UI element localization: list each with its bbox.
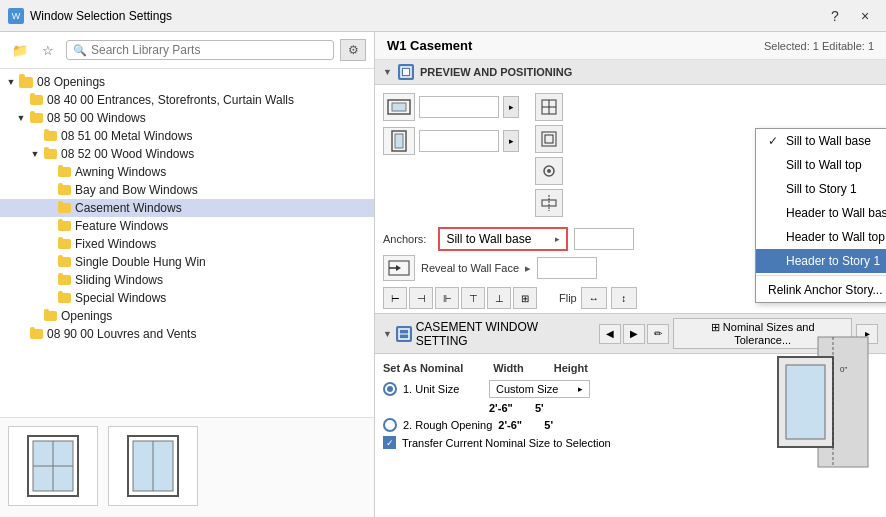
custom-size-dropdown[interactable]: Custom Size ▸ (489, 380, 590, 398)
tree-item-openings2[interactable]: Openings (0, 307, 374, 325)
anchor-icons-col (535, 93, 563, 217)
width-arrow-btn[interactable]: ▸ (503, 96, 519, 118)
anchor-icon-1[interactable] (535, 93, 563, 121)
svg-rect-10 (392, 103, 406, 111)
width-icon (383, 93, 415, 121)
section-casement-label: CASEMENT WINDOW SETTING (416, 320, 591, 348)
folder-entrances-icon (28, 93, 44, 107)
main-content: 📁 ☆ 🔍 ⚙ ▼ 08 Openings 08 40 00 Entrances… (0, 32, 886, 517)
folder-openings-icon (18, 75, 34, 89)
right-header: W1 Casement Selected: 1 Editable: 1 (375, 32, 886, 60)
align-center-v-btn[interactable]: ⊥ (487, 287, 511, 309)
preview-thumb-2[interactable] (108, 426, 198, 506)
diagram-area: 0" (758, 327, 878, 487)
toggle-openings: ▼ (4, 75, 18, 89)
dropdown-item-header-wall-base[interactable]: Header to Wall base (756, 201, 886, 225)
tree-item-special[interactable]: Special Windows (0, 289, 374, 307)
toggle-sliding (42, 273, 56, 287)
set-as-nominal-label: Set As Nominal (383, 362, 463, 374)
flip-horizontal-btn[interactable]: ↔ (581, 287, 607, 309)
rough-opening-radio[interactable] (383, 418, 397, 432)
folder-windows-icon (28, 111, 44, 125)
tree-item-feature[interactable]: Feature Windows (0, 217, 374, 235)
relink-item[interactable]: Relink Anchor Story... (756, 278, 886, 302)
tree-item-metal[interactable]: 08 51 00 Metal Windows (0, 127, 374, 145)
align-bottom-btn[interactable]: ⊞ (513, 287, 537, 309)
search-input-wrap[interactable]: 🔍 (66, 40, 334, 60)
part-title: W1 Casement (387, 38, 472, 53)
search-icon: 🔍 (73, 44, 87, 57)
tree-item-wood[interactable]: ▼ 08 52 00 Wood Windows (0, 145, 374, 163)
close-button[interactable]: × (852, 5, 878, 27)
window-preview-2 (123, 431, 183, 501)
align-left-btn[interactable]: ⊢ (383, 287, 407, 309)
search-input[interactable] (91, 43, 327, 57)
height-icon (383, 127, 415, 155)
anchor-icon-4[interactable] (535, 189, 563, 217)
toggle-singlehung (42, 255, 56, 269)
tree-item-windows[interactable]: ▼ 08 50 00 Windows (0, 109, 374, 127)
section-preview-header[interactable]: ▼ PREVIEW AND POSITIONING (375, 60, 886, 85)
feature-label: Feature Windows (75, 219, 168, 233)
folder-awning-icon (56, 165, 72, 179)
right-panel: W1 Casement Selected: 1 Editable: 1 ▼ PR… (375, 32, 886, 517)
unit-size-radio[interactable] (383, 382, 397, 396)
tree-item-bayanbow[interactable]: Bay and Bow Windows (0, 181, 374, 199)
folder-feature-icon (56, 219, 72, 233)
preview-thumb-1[interactable] (8, 426, 98, 506)
dropdown-item-sill-wall-base[interactable]: ✓ Sill to Wall base (756, 129, 886, 153)
width-input[interactable]: 2'-6" (419, 96, 499, 118)
label-header-wall-top: Header to Wall top (786, 230, 885, 244)
right-content: ▼ PREVIEW AND POSITIONING 2'-6" ▸ (375, 60, 886, 517)
tree-item-awning[interactable]: Awning Windows (0, 163, 374, 181)
height-row: 5' ▸ (383, 127, 519, 155)
transfer-checkbox[interactable]: ✓ (383, 436, 396, 449)
help-button[interactable]: ? (822, 5, 848, 27)
toggle-fixed (42, 237, 56, 251)
toolbar-icons: 📁 ☆ (8, 38, 60, 62)
height-input[interactable]: 5' (419, 130, 499, 152)
anchor-value-input[interactable]: 2' (574, 228, 634, 250)
flip-vertical-btn[interactable]: ↕ (611, 287, 637, 309)
unit-size-height: 5' (535, 402, 575, 414)
folder-openings2-icon (42, 309, 58, 323)
tree-item-entrances[interactable]: 08 40 00 Entrances, Storefronts, Curtain… (0, 91, 374, 109)
tree-container: ▼ 08 Openings 08 40 00 Entrances, Storef… (0, 69, 374, 417)
tree-item-openings[interactable]: ▼ 08 Openings (0, 73, 374, 91)
dropdown-item-sill-wall-top[interactable]: Sill to Wall top (756, 153, 886, 177)
reveal-value-input[interactable]: 0" (537, 257, 597, 279)
tree-item-louvres[interactable]: 08 90 00 Louvres and Vents (0, 325, 374, 343)
selected-info: Selected: 1 Editable: 1 (764, 40, 874, 52)
rough-opening-label: 2. Rough Opening (403, 419, 492, 431)
tree-item-singlehung[interactable]: Single Double Hung Win (0, 253, 374, 271)
toggle-windows: ▼ (14, 111, 28, 125)
folder-icon-btn[interactable]: 📁 (8, 38, 32, 62)
dropdown-item-sill-story-1[interactable]: Sill to Story 1 (756, 177, 886, 201)
section-preview-label: PREVIEW AND POSITIONING (420, 66, 572, 78)
dropdown-item-header-story-1[interactable]: Header to Story 1 (756, 249, 886, 273)
align-top-btn[interactable]: ⊤ (461, 287, 485, 309)
tree-item-fixed[interactable]: Fixed Windows (0, 235, 374, 253)
anchor-select-button[interactable]: Sill to Wall base ▸ (438, 227, 568, 251)
star-icon-btn[interactable]: ☆ (36, 38, 60, 62)
tree-item-casement[interactable]: Casement Windows (0, 199, 374, 217)
align-right-btn[interactable]: ⊩ (435, 287, 459, 309)
prev-btn[interactable]: ◀ (599, 324, 621, 344)
tree-item-sliding[interactable]: Sliding Windows (0, 271, 374, 289)
transfer-label: Transfer Current Nominal Size to Selecti… (402, 437, 611, 449)
metal-label: 08 51 00 Metal Windows (61, 129, 192, 143)
dropdown-item-header-wall-top[interactable]: Header to Wall top (756, 225, 886, 249)
align-center-h-btn[interactable]: ⊣ (409, 287, 433, 309)
search-settings-button[interactable]: ⚙ (340, 39, 366, 61)
height-arrow-btn[interactable]: ▸ (503, 130, 519, 152)
label-sill-wall-top: Sill to Wall top (786, 158, 862, 172)
svg-rect-16 (542, 132, 556, 146)
section-preview-icon (398, 64, 414, 80)
anchor-icon-2[interactable] (535, 125, 563, 153)
toggle-bayanbow (42, 183, 56, 197)
awning-label: Awning Windows (75, 165, 166, 179)
next-btn[interactable]: ▶ (623, 324, 645, 344)
edit-btn[interactable]: ✏ (647, 324, 669, 344)
folder-singlehung-icon (56, 255, 72, 269)
anchor-icon-3[interactable] (535, 157, 563, 185)
